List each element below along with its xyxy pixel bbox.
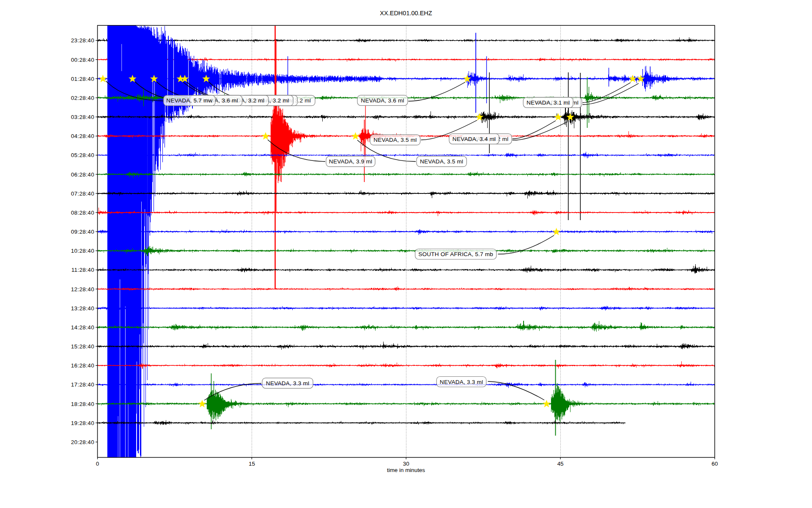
svg-text:00:28:40: 00:28:40: [71, 57, 94, 63]
svg-text:02:28:40: 02:28:40: [71, 95, 94, 101]
svg-text:10:28:40: 10:28:40: [71, 248, 94, 254]
svg-text:60: 60: [712, 461, 718, 467]
svg-text:04:28:40: 04:28:40: [71, 133, 94, 139]
svg-text:14:28:40: 14:28:40: [71, 324, 94, 331]
svg-text:16:28:40: 16:28:40: [71, 362, 94, 369]
svg-text:09:28:40: 09:28:40: [71, 229, 94, 235]
svg-text:12:28:40: 12:28:40: [71, 286, 94, 293]
svg-text:23:28:40: 23:28:40: [71, 37, 94, 44]
svg-text:XX.EDH01.00.EHZ: XX.EDH01.00.EHZ: [380, 10, 432, 17]
svg-text:08:28:40: 08:28:40: [71, 210, 94, 216]
svg-text:0: 0: [96, 461, 99, 467]
svg-text:NEVADA, 3.4 ml: NEVADA, 3.4 ml: [453, 136, 496, 142]
svg-text:19:28:40: 19:28:40: [71, 420, 94, 426]
svg-text:06:28:40: 06:28:40: [71, 171, 94, 178]
svg-text:01:28:40: 01:28:40: [71, 76, 94, 82]
svg-text:NEVADA, 3.5 ml: NEVADA, 3.5 ml: [420, 158, 463, 165]
svg-text:13:28:40: 13:28:40: [71, 305, 94, 312]
svg-text:20:28:40: 20:28:40: [71, 439, 94, 445]
svg-text:NEVADA, 3.5 ml: NEVADA, 3.5 ml: [373, 137, 417, 143]
svg-text:05:28:40: 05:28:40: [71, 152, 94, 158]
svg-text:45: 45: [557, 461, 564, 467]
svg-text:11:28:40: 11:28:40: [71, 267, 94, 273]
svg-text:15: 15: [249, 461, 255, 467]
svg-text:time in minutes: time in minutes: [387, 467, 425, 473]
svg-text:07:28:40: 07:28:40: [71, 190, 94, 197]
svg-text:15:28:40: 15:28:40: [71, 343, 94, 350]
svg-text:18:28:40: 18:28:40: [71, 401, 94, 407]
svg-text:17:28:40: 17:28:40: [71, 381, 94, 388]
svg-text:NEVADA, 3.3 ml: NEVADA, 3.3 ml: [440, 379, 483, 385]
svg-text:30: 30: [403, 461, 409, 467]
svg-text:NEVADA, 3.1 ml: NEVADA, 3.1 ml: [527, 99, 570, 106]
svg-text:NEVADA, 3.6 ml: NEVADA, 3.6 ml: [361, 97, 404, 104]
svg-text:NEVADA, 3.3 ml: NEVADA, 3.3 ml: [266, 380, 309, 387]
svg-text:NEVADA, 5.7 mw: NEVADA, 5.7 mw: [166, 97, 212, 104]
svg-text:NEVADA, 3.9 ml: NEVADA, 3.9 ml: [329, 158, 372, 165]
svg-text:03:28:40: 03:28:40: [71, 114, 94, 120]
svg-text:SOUTH OF AFRICA, 5.7 mb: SOUTH OF AFRICA, 5.7 mb: [418, 251, 493, 257]
